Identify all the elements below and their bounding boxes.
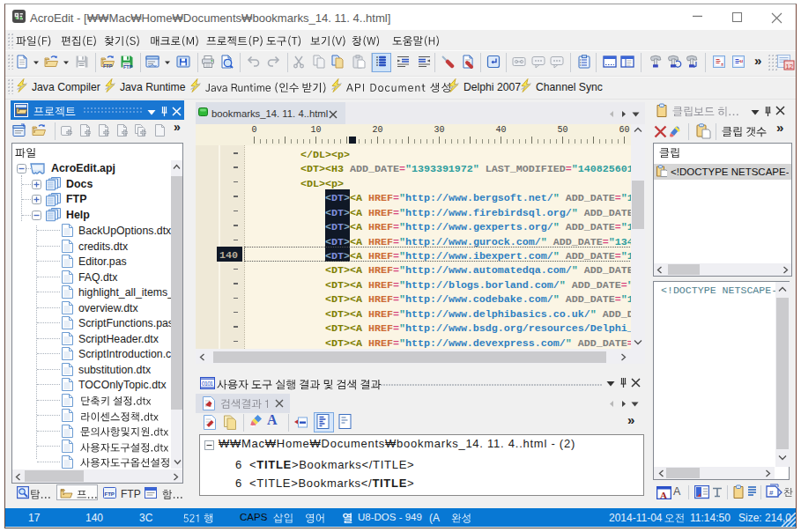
svg-text:FTP: FTP <box>123 64 133 70</box>
svg-text:12: 12 <box>786 63 793 70</box>
svg-text:0101: 0101 <box>202 381 214 387</box>
svg-text:A: A <box>660 490 667 500</box>
svg-text:FTP: FTP <box>103 63 113 69</box>
svg-text:#: # <box>769 489 774 497</box>
svg-text:FTP: FTP <box>105 491 115 497</box>
svg-text:u: u <box>740 58 744 63</box>
